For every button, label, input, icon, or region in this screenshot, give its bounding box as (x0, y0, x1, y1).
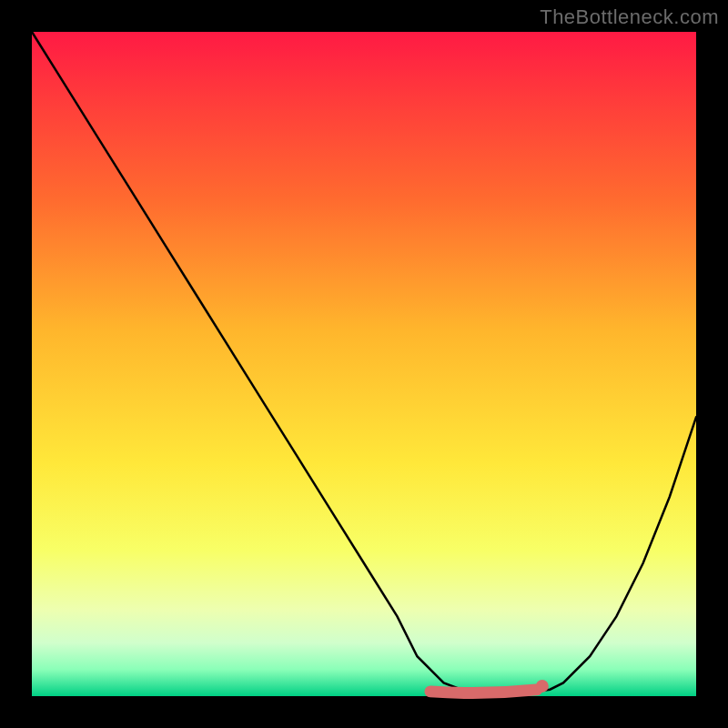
attribution-text: TheBottleneck.com (540, 5, 719, 29)
sweet-spot-marker (430, 690, 537, 693)
curve-overlay (32, 32, 696, 696)
sweet-spot-endpoint (536, 680, 549, 693)
bottleneck-curve (32, 32, 696, 693)
